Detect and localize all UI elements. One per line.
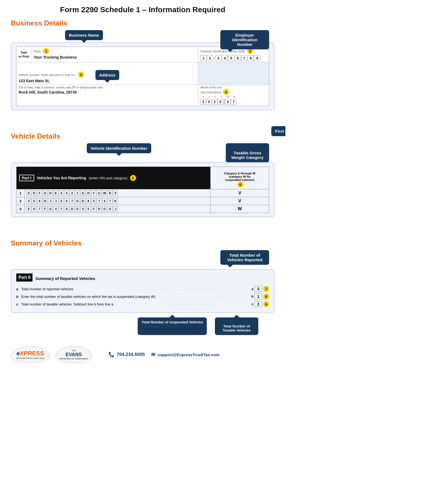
ein-digit-3: 3 [215,55,221,61]
row-b-value-box: 1 [254,294,262,299]
row-b-text: Enter the total number of taxable vehicl… [21,295,196,299]
employer-id-callout: Employer Identification Number [220,30,269,49]
month-digit-2: 0 [206,99,212,105]
ein-digit-2: 2 [207,55,213,61]
vehicle-table-header-row: Part I Vehicles You Are Reporting (enter… [17,167,269,189]
vehicle-row-2-vin: 456HJJ567GDA5767K [25,197,211,205]
address-badge: 3 [78,72,84,78]
part-i-title: Vehicles You Are Reporting [37,176,86,180]
row-a-text: Total number of reported vehicles [21,287,135,291]
ein-dash: - [214,56,215,60]
express-tagline: IRS 2290 & IFTA made easy [16,357,44,359]
part-ii-label: Part II [16,273,33,282]
vehicle-table: Part I Vehicles You Are Reporting (enter… [16,167,269,213]
summary-row-c: c Total number of taxable vehicles. Subt… [16,301,269,307]
business-section-title: Business Details [11,19,275,27]
address-callout: Address [95,70,119,80]
vin-cell-1: SDFGHE4521GHYUWB9 [26,190,209,196]
vehicle-row-3-category: W [211,205,269,213]
vehicle-row-1: 1 SDFGHE4521GHYUWB9 V [17,189,269,197]
form-row-3: City or town, state or province, country… [17,85,269,106]
business-name-callout: Business Name [65,30,103,40]
month-cell: Month of first use (see instructions) 4 … [198,85,269,106]
ein-digit-8: 8 [248,55,254,61]
part-ii-title: Summary of Reported Vehicles [35,276,95,281]
first-used-month-callout: First Used Month [271,126,285,136]
vin-cell-2: 456HJJ567GDA5767K [26,198,209,204]
ein-digit-5: 5 [228,55,234,61]
vehicle-row-2-num: 2 [17,197,25,205]
summary-row-b: b Enter the total number of taxable vehi… [16,294,269,299]
email-icon: ✉ [151,352,155,358]
vehicle-row-2: 2 456HJJ567GDA5767K V [17,197,269,205]
total-suspended-callout: Total Number of suspended Vehicles [138,317,207,335]
type-or-print-label: Typeor Print [17,47,31,62]
phone-icon: 📞 [108,352,114,358]
ein-digit-7: 7 [241,55,247,61]
form-row-2: Address (number, street, and room or sui… [17,62,269,85]
city-value: Rock Hill, South Carolina, 29730 [17,89,198,97]
row-b-field: b [252,295,253,298]
summary-row-a: a Total number of reported vehicles . . … [16,286,269,292]
row-a-value-box: 3 [254,286,262,292]
row-a-dots: . . . . . . . . . . . . . . . . . . . . … [135,288,249,291]
business-section: Business Details Business Name Employer … [11,19,275,110]
month-boxes: 2 0 2 0 0 7 [201,99,267,105]
row-a-badge: 7 [263,286,269,292]
vehicle-section: Vehicle Details Vehicle Identification N… [11,132,275,217]
email-item: ✉ support@ExpressTruckTax.com [151,352,220,358]
name-badge: 1 [43,48,49,54]
part-ii-header-row: Part II Summary of Reported Vehicles [16,273,269,283]
total-taxable-callout: Total Number of Taxable Vehicles [215,317,258,335]
express-logo: eXPRESS IRS 2290 & IFTA made easy [11,346,50,363]
city-label: City or town, state or province, country… [17,85,198,89]
ein-digit-9: 9 [254,55,260,61]
vehicle-table-body: 1 SDFGHE4521GHYUWB9 V 2 456HJJ567GDA5767… [17,189,269,213]
month-divider [224,99,224,105]
business-form-card: Address First Used Month Typeor Print Na… [11,42,275,110]
summary-section-title: Summary of Vehicles [11,239,275,247]
ein-digit-6: 6 [235,55,241,61]
month-digit-5: 0 [225,99,231,105]
month-digit-1: 2 [201,99,206,105]
address-right-fill [198,62,269,85]
city-cell: City or town, state or province, country… [17,85,198,106]
row-b-badge: 8 [263,294,269,299]
row-a-label: a [16,287,21,291]
summary-form-card: Part II Summary of Reported Vehicles a T… [11,269,275,313]
ein-digit-4: 4 [222,55,228,61]
page-title: Form 2290 Schedule 1 – Information Requi… [11,5,275,14]
evans-network: NETWORK OF COMPANIES [60,358,88,360]
contact-info: 📞 704.234.6005 ✉ support@ExpressTruckTax… [108,352,220,358]
month-badge: 4 [223,89,229,95]
part-i-label: Part I [19,175,34,181]
vehicle-row-2-category: V [211,197,269,205]
month-digit-4: 0 [218,99,223,105]
category-badge: 6 [237,181,243,187]
summary-section: Summary of Vehicles Total Number of Vehi… [11,239,275,335]
business-form: Typeor Print Name 1 Your Trucking Busine… [16,47,269,106]
ein-boxes: 1 2 - 3 4 5 6 7 8 9 [201,55,267,61]
row-b-label: b [16,295,21,299]
vehicle-form-card: Part I Vehicles You Are Reporting (enter… [11,162,275,217]
month-digit-3: 2 [212,99,217,105]
row-c-dots: . . . . . . . . . . . [173,303,250,306]
month-digit-6: 7 [231,99,236,105]
vehicle-row-3: 3 567FG47SDG45FDGSJ W [17,205,269,213]
email-address: support@ExpressTruckTax.com [157,352,220,357]
evans-the: The [72,349,76,352]
summary-bottom-callouts: Total Number of suspended Vehicles Total… [11,317,275,335]
vehicle-row-1-category: V [211,189,269,197]
footer: eXPRESS IRS 2290 & IFTA made easy The EV… [11,346,275,363]
evans-logo: The EVANS NETWORK OF COMPANIES [55,346,92,363]
vin-callout: Vehicle Identification Number [87,143,151,153]
row-c-label: c [16,302,21,306]
month-year-labels: Y Y Y Y M M [201,95,267,98]
summary-callouts-area: Total Number of Vehicles Reported [11,250,275,269]
row-c-badge: 9 [263,301,269,307]
name-cell: Name 1 Your Trucking Business [31,47,198,62]
vehicle-callouts-area: Vehicle Identification Number Taxable Gr… [11,143,275,162]
row-c-value-box: 2 [254,301,262,307]
vehicle-row-3-num: 3 [17,205,25,213]
phone-number: 704.234.6005 [117,352,145,357]
